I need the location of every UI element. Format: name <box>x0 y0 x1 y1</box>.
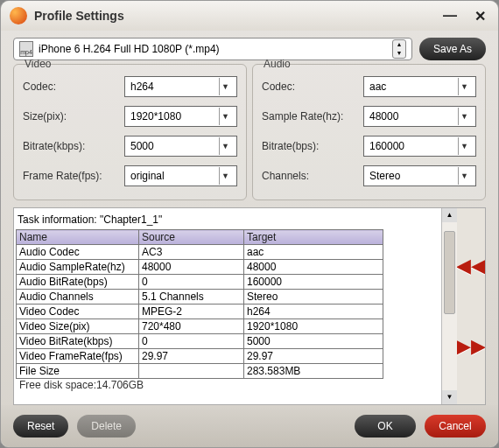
chevron-down-icon: ▼ <box>219 108 231 125</box>
video-codec-select[interactable]: h264 ▼ <box>124 76 237 97</box>
chevron-down-icon: ▼ <box>458 137 470 155</box>
audio-codec-value: aac <box>369 80 386 93</box>
col-target: Target <box>244 230 383 245</box>
chevron-down-icon: ▼ <box>219 167 231 185</box>
table-row[interactable]: Audio Channels5.1 ChannelsStereo <box>17 290 383 304</box>
video-size-value: 1920*1080 <box>130 110 181 122</box>
mp4-file-icon: mp4 <box>19 41 33 57</box>
table-row[interactable]: Audio SampleRate(hz)4800048000 <box>17 260 383 275</box>
app-icon <box>10 7 27 24</box>
audio-channels-label: Channels: <box>262 170 358 182</box>
col-name: Name <box>17 230 139 245</box>
video-size-label: Size(pix): <box>23 110 119 122</box>
video-codec-value: h264 <box>130 80 154 93</box>
video-bitrate-value: 5000 <box>130 140 154 152</box>
audio-legend: Audio <box>260 58 294 70</box>
video-group: Video Codec: h264 ▼ Size(pix): 1920*1080… <box>13 64 247 200</box>
side-nav: ◀◀ ▶▶ <box>457 208 485 404</box>
audio-sample-select[interactable]: 48000 ▼ <box>363 106 476 127</box>
next-icon[interactable]: ▶▶ <box>456 335 486 358</box>
chevron-down-icon[interactable]: ▼ <box>393 49 405 58</box>
reset-button[interactable]: Reset <box>13 415 68 438</box>
video-size-select[interactable]: 1920*1080 ▼ <box>124 106 237 127</box>
table-row[interactable]: Video Size(pix)720*4801920*1080 <box>17 319 383 334</box>
chevron-down-icon: ▼ <box>458 167 470 185</box>
video-fps-value: original <box>130 170 165 182</box>
chevron-up-icon[interactable]: ▲ <box>393 40 405 49</box>
chevron-down-icon: ▼ <box>458 78 470 95</box>
close-button[interactable]: ✕ <box>471 8 489 24</box>
scroll-up-button[interactable]: ▲ <box>442 208 457 222</box>
profile-select[interactable]: mp4 iPhone 6 H.264 Full HD 1080P (*.mp4)… <box>13 38 412 60</box>
save-as-button[interactable]: Save As <box>419 38 486 60</box>
profile-select-value: iPhone 6 H.264 Full HD 1080P (*.mp4) <box>39 43 387 55</box>
task-info-label: Task information: "Chapter1_1" <box>16 212 441 229</box>
audio-sample-value: 48000 <box>369 110 398 122</box>
col-source: Source <box>139 230 244 245</box>
table-row[interactable]: Audio CodecAC3aac <box>17 245 383 260</box>
table-row[interactable]: Video BitRate(kbps)05000 <box>17 334 383 349</box>
audio-channels-value: Stereo <box>369 170 400 182</box>
prev-icon[interactable]: ◀◀ <box>456 255 486 277</box>
scroll-track[interactable] <box>442 222 457 390</box>
audio-group: Audio Codec: aac ▼ Sample Rate(hz): 4800… <box>252 64 486 200</box>
chevron-down-icon: ▼ <box>219 78 231 95</box>
table-row[interactable]: Video CodecMPEG-2h264 <box>17 304 383 319</box>
audio-sample-label: Sample Rate(hz): <box>262 110 358 122</box>
profile-stepper[interactable]: ▲ ▼ <box>392 39 406 59</box>
free-disk-space: Free disk space:14.706GB <box>16 379 441 393</box>
delete-button: Delete <box>77 415 136 438</box>
audio-codec-select[interactable]: aac ▼ <box>363 76 476 97</box>
scroll-thumb[interactable] <box>444 231 455 314</box>
audio-codec-label: Codec: <box>262 80 358 93</box>
scroll-down-button[interactable]: ▼ <box>442 390 457 404</box>
task-table: Name Source Target Audio CodecAC3aac Aud… <box>16 229 383 379</box>
audio-bitrate-select[interactable]: 160000 ▼ <box>363 136 476 157</box>
video-fps-label: Frame Rate(fps): <box>23 170 119 182</box>
cancel-button[interactable]: Cancel <box>425 415 486 438</box>
video-bitrate-label: Bitrate(kbps): <box>23 140 119 152</box>
chevron-down-icon: ▼ <box>458 108 470 125</box>
video-bitrate-select[interactable]: 5000 ▼ <box>124 136 237 157</box>
video-legend: Video <box>21 58 54 70</box>
minimize-button[interactable]: — <box>439 8 460 24</box>
audio-channels-select[interactable]: Stereo ▼ <box>363 165 476 186</box>
ok-button[interactable]: OK <box>355 415 416 438</box>
audio-bitrate-label: Bitrate(bps): <box>262 140 358 152</box>
titlebar: Profile Settings — ✕ <box>1 1 498 31</box>
video-fps-select[interactable]: original ▼ <box>124 165 237 186</box>
table-row[interactable]: Video FrameRate(fps)29.9729.97 <box>17 349 383 364</box>
table-header-row: Name Source Target <box>17 230 383 245</box>
chevron-down-icon: ▼ <box>219 137 231 155</box>
window-title: Profile Settings <box>34 9 432 23</box>
vertical-scrollbar[interactable]: ▲ ▼ <box>441 208 457 404</box>
audio-bitrate-value: 160000 <box>369 140 404 152</box>
video-codec-label: Codec: <box>23 80 119 93</box>
task-info-panel: Task information: "Chapter1_1" Name Sour… <box>13 207 486 405</box>
table-row[interactable]: Audio BitRate(bps)0160000 <box>17 275 383 290</box>
bottom-bar: Reset Delete OK Cancel <box>1 405 498 447</box>
table-row[interactable]: File Size283.583MB <box>17 364 383 379</box>
